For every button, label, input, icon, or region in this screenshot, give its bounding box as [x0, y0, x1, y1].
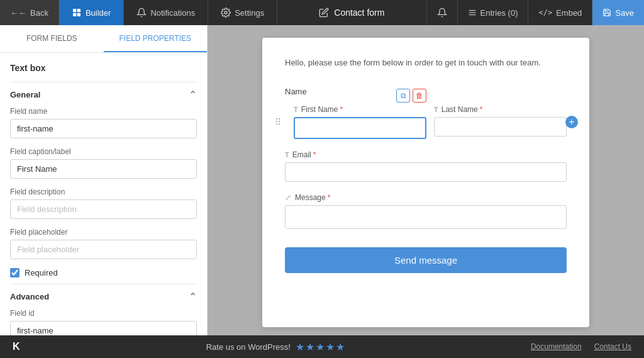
- svg-rect-3: [77, 13, 80, 16]
- documentation-link[interactable]: Documentation: [531, 342, 582, 351]
- logo: K: [13, 341, 20, 352]
- field-name-group: Field name: [10, 107, 197, 138]
- message-field-label: ⤢ Message *: [285, 193, 567, 202]
- svg-point-4: [225, 11, 227, 14]
- edit-icon: [319, 8, 329, 18]
- notifications-nav-item[interactable]: Notifications: [124, 0, 208, 25]
- field-placeholder-input[interactable]: [10, 240, 197, 259]
- advanced-section-header[interactable]: Advanced ⌃: [10, 284, 197, 309]
- form-intro: Hello, please use the form below in orde…: [285, 57, 567, 69]
- settings-label: Settings: [235, 8, 264, 18]
- delete-field-button[interactable]: 🗑: [413, 89, 426, 103]
- drag-handle-icon[interactable]: ⠿: [275, 117, 281, 127]
- email-input[interactable]: [285, 162, 567, 182]
- settings-icon: [221, 8, 231, 18]
- save-button[interactable]: Save: [592, 0, 644, 25]
- bell-button[interactable]: [426, 0, 457, 25]
- add-field-button[interactable]: +: [565, 116, 578, 128]
- contact-link[interactable]: Contact Us: [594, 342, 631, 351]
- field-name-label: Field name: [10, 107, 197, 116]
- save-icon: [602, 8, 611, 17]
- builder-nav-item[interactable]: Builder: [59, 0, 124, 25]
- left-panel: FORM FIELDS FIELD PROPERTIES Text box Ge…: [0, 25, 208, 335]
- entries-icon: [468, 8, 477, 17]
- svg-rect-2: [73, 13, 76, 16]
- field-caption-group: Field caption/label: [10, 147, 197, 179]
- advanced-chevron-icon: ⌃: [189, 291, 197, 303]
- field-name-input[interactable]: [10, 119, 197, 138]
- star-1[interactable]: ★: [296, 341, 304, 353]
- required-checkbox[interactable]: [10, 268, 19, 277]
- message-input[interactable]: [285, 205, 567, 229]
- text-field-icon: T: [294, 106, 298, 113]
- settings-nav-item[interactable]: Settings: [208, 0, 277, 25]
- save-label: Save: [615, 8, 634, 18]
- topbar-right: Entries (0) </> Embed Save: [426, 0, 645, 25]
- form-fields-tab[interactable]: FORM FIELDS: [0, 25, 104, 52]
- entries-button[interactable]: Entries (0): [457, 0, 528, 25]
- form-preview: Hello, please use the form below in orde…: [262, 38, 589, 327]
- alert-icon: [437, 8, 447, 18]
- embed-icon: </>: [538, 8, 552, 17]
- topbar: ← Back Builder Notifications Settings Co…: [0, 0, 644, 25]
- entries-label: Entries (0): [480, 8, 518, 18]
- text-field-icon3: T: [285, 151, 289, 159]
- first-name-field-label: T First Name *: [294, 105, 426, 114]
- first-name-input[interactable]: [296, 119, 425, 137]
- field-id-input[interactable]: [10, 321, 197, 335]
- field-properties-tab[interactable]: FIELD PROPERTIES: [104, 25, 208, 52]
- star-4[interactable]: ★: [326, 341, 335, 353]
- back-button[interactable]: ← Back: [0, 0, 59, 25]
- star-rating[interactable]: ★ ★ ★ ★ ★: [296, 341, 345, 353]
- field-properties-tab-label: FIELD PROPERTIES: [119, 34, 191, 43]
- required-asterisk3: *: [313, 150, 316, 159]
- general-label: General: [10, 90, 40, 99]
- email-field-group: T Email *: [285, 150, 567, 182]
- bottom-center: Rate us on WordPress! ★ ★ ★ ★ ★: [206, 341, 345, 353]
- required-label: Required: [25, 268, 58, 277]
- svg-rect-1: [77, 9, 80, 12]
- required-asterisk2: *: [480, 105, 483, 114]
- bottom-right: Documentation Contact Us: [531, 342, 631, 351]
- star-3[interactable]: ★: [316, 341, 325, 353]
- embed-label: Embed: [556, 8, 582, 18]
- required-asterisk: *: [340, 105, 343, 114]
- text-field-icon2: T: [434, 106, 438, 113]
- last-name-input[interactable]: [434, 117, 567, 137]
- back-label: Back: [30, 8, 48, 18]
- send-button[interactable]: Send message: [285, 247, 567, 273]
- resize-icon: ⤢: [285, 193, 291, 202]
- builder-icon: [72, 8, 82, 18]
- main-area: FORM FIELDS FIELD PROPERTIES Text box Ge…: [0, 25, 644, 335]
- back-icon: ←: [10, 8, 26, 18]
- general-section-header[interactable]: General ⌃: [10, 82, 197, 107]
- bell-icon: [136, 8, 147, 18]
- rate-text: Rate us on WordPress!: [206, 342, 291, 352]
- field-placeholder-label: Field placeholder: [10, 228, 197, 237]
- field-description-label: Field description: [10, 187, 197, 196]
- star-5[interactable]: ★: [336, 341, 345, 353]
- bottom-bar: K Rate us on WordPress! ★ ★ ★ ★ ★ Docume…: [0, 335, 644, 358]
- panel-content: Text box General ⌃ Field name Field capt…: [0, 53, 207, 335]
- advanced-label: Advanced: [10, 292, 49, 301]
- field-caption-input[interactable]: [10, 159, 197, 179]
- star-2[interactable]: ★: [306, 341, 314, 353]
- topbar-center: Contact form: [277, 8, 426, 18]
- topbar-nav: Builder Notifications Settings: [59, 0, 277, 25]
- section-title: Text box: [10, 63, 197, 73]
- panel-tabs: FORM FIELDS FIELD PROPERTIES: [0, 25, 207, 53]
- copy-field-button[interactable]: ⧉: [396, 89, 410, 103]
- send-button-label: Send message: [394, 255, 457, 266]
- trash-icon: 🗑: [416, 91, 423, 100]
- required-row: Required: [10, 268, 197, 277]
- builder-label: Builder: [86, 8, 111, 18]
- embed-button[interactable]: </> Embed: [528, 0, 592, 25]
- last-name-field-label: T Last Name *: [434, 105, 567, 114]
- field-id-group: Field id: [10, 309, 197, 335]
- field-caption-label: Field caption/label: [10, 147, 197, 156]
- svg-rect-0: [73, 9, 76, 12]
- form-title: Contact form: [334, 8, 384, 18]
- field-placeholder-group: Field placeholder: [10, 228, 197, 259]
- field-description-input[interactable]: [10, 199, 197, 219]
- copy-icon: ⧉: [401, 91, 406, 100]
